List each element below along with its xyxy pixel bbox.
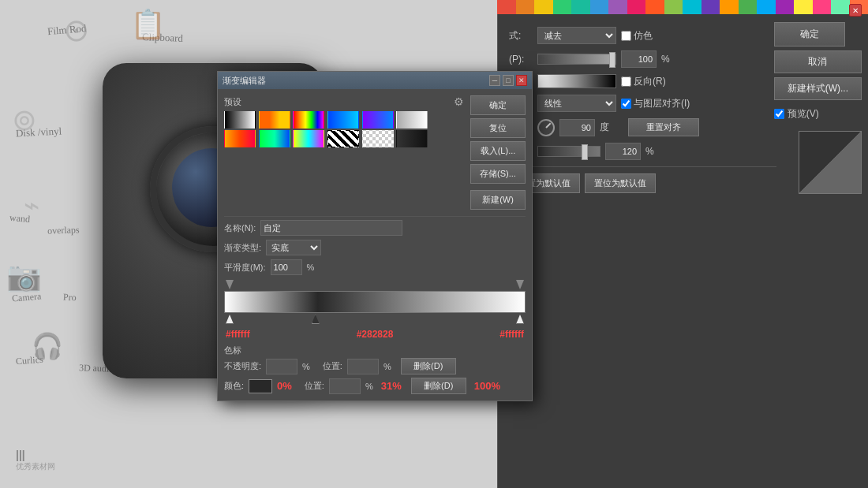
preview-box [799, 131, 862, 194]
preset-item-9[interactable] [293, 130, 324, 147]
stop-color-row: 颜色: 0% 位置: % 31% 删除(D) 100% [224, 378, 526, 394]
camera-sketch-icon: 📷 [6, 260, 42, 293]
reset-align-button[interactable]: 重置对齐 [628, 118, 699, 136]
color-seg-11 [683, 0, 702, 14]
stop-pos-label: 位置: [323, 360, 342, 372]
scale-unit: % [645, 146, 669, 157]
smoothness-row: 平滑度(M): % [224, 259, 526, 275]
ok-button[interactable]: 确定 [774, 22, 845, 47]
opacity-stops-row [224, 280, 526, 291]
gradient-type-select[interactable]: 实底 [266, 240, 321, 255]
preset-item-4[interactable] [327, 111, 359, 129]
opacity-stop-left[interactable] [226, 280, 234, 289]
stop-opacity-label: 不透明度: [224, 360, 261, 372]
opacity-slider-container [537, 54, 616, 65]
color-seg-18 [813, 0, 832, 14]
gradient-editor-title: 渐变编辑器 [223, 75, 266, 87]
ps-close-button[interactable]: ✕ [849, 4, 862, 17]
reverse-checkbox-label: 反向(R) [621, 75, 666, 88]
gradient-bar[interactable] [224, 291, 526, 313]
opacity-slider[interactable] [537, 54, 616, 65]
stop-pos-input2[interactable] [329, 378, 361, 394]
opacity-label: (P): [509, 54, 533, 65]
color-seg-9 [645, 0, 664, 14]
preview-checkbox-row: 预览(V) [774, 107, 862, 121]
smoothness-input[interactable] [271, 259, 302, 275]
color-stop-mid[interactable] [312, 315, 320, 324]
maximize-button[interactable]: □ [503, 75, 514, 86]
preset-item-6[interactable] [396, 111, 428, 129]
preset-item-5[interactable] [362, 111, 394, 129]
preset-item-2[interactable] [259, 111, 290, 129]
color-seg-6 [590, 0, 609, 14]
stop-opacity-row: 不透明度: % 位置: % 删除(D) [224, 358, 526, 374]
titlebar-controls: ─ □ ✕ [489, 75, 527, 86]
preset-item-diagonal[interactable] [327, 130, 359, 147]
preset-item-8[interactable] [259, 130, 290, 147]
close-button[interactable]: ✕ [516, 75, 527, 86]
ge-new-button[interactable]: 新建(W) [470, 190, 526, 210]
left-color-hex: #ffffff [226, 329, 250, 340]
ge-save-button[interactable]: 存储(S)... [470, 164, 526, 184]
scale-input[interactable] [605, 143, 641, 160]
dither-checkbox[interactable] [621, 31, 631, 41]
preset-grid [224, 111, 429, 147]
opacity-row: (P): % [509, 50, 776, 68]
preset-item-1[interactable] [224, 111, 256, 129]
minimize-button[interactable]: ─ [489, 75, 500, 86]
reverse-checkbox[interactable] [621, 76, 631, 87]
align-checkbox[interactable] [621, 99, 631, 109]
ge-reset-button[interactable]: 复位 [470, 118, 526, 138]
cancel-button[interactable]: 取消 [774, 50, 862, 73]
color-stop-right[interactable] [516, 315, 524, 324]
reset-default-button[interactable]: 置位为默认值 [585, 173, 656, 193]
align-checkbox-label: 与图层对齐(I) [621, 97, 690, 110]
color-seg-14 [739, 0, 758, 14]
scale-slider[interactable] [537, 146, 600, 157]
delete-color-stop-button[interactable]: 删除(D) [411, 378, 466, 394]
color-seg-12 [702, 0, 720, 14]
ge-load-button[interactable]: 载入(L)... [470, 141, 526, 161]
angle-input[interactable] [559, 119, 595, 136]
stop-pos-unit2: % [365, 382, 373, 391]
top-section: 预设 ⚙ [224, 95, 526, 210]
new-style-button[interactable]: 新建样式(W)... [774, 77, 862, 100]
preset-item-rainbow[interactable] [293, 111, 324, 129]
color-seg-3 [534, 0, 553, 14]
angle-unit: 度 [600, 121, 623, 134]
clipboard-sketch-icon: 📋 [130, 8, 166, 41]
blend-mode-row: 式: 减去 仿色 [509, 27, 776, 44]
opacity-input[interactable] [621, 50, 657, 68]
ge-ok-button[interactable]: 确定 [470, 95, 526, 115]
stop-opacity-input[interactable] [266, 359, 297, 374]
opacity-stop-right[interactable] [516, 280, 524, 289]
dither-label: 仿色 [634, 29, 653, 43]
stop-color-label: 颜色: [224, 380, 244, 392]
panel-divider [509, 166, 776, 167]
gear-icon[interactable]: ⚙ [454, 95, 464, 108]
color-swatch[interactable] [249, 379, 272, 393]
right-color-hex: #ffffff [499, 329, 524, 340]
delete-stop-button[interactable]: 删除(D) [401, 358, 456, 374]
gradient-name-input[interactable] [260, 220, 402, 236]
color-stop-section-label: 色标 [224, 345, 241, 356]
sketch-label-overlaps: overlaps [47, 224, 80, 237]
preset-item-7[interactable] [224, 130, 256, 147]
color-stop-left[interactable] [226, 315, 234, 324]
color-seg-10 [664, 0, 683, 14]
name-label: 名称(N): [224, 222, 256, 234]
blend-mode-label: 式: [509, 29, 533, 43]
gradient-preview-small[interactable] [537, 74, 616, 88]
gradient-editor-body: 预设 ⚙ [218, 89, 532, 400]
name-row: 名称(N): [224, 220, 526, 236]
blend-mode-select[interactable]: 减去 [537, 27, 616, 44]
mid-color-hex: #282828 [357, 329, 394, 340]
opacity-unit: % [661, 54, 685, 65]
smoothness-label: 平滑度(M): [224, 262, 266, 274]
style-select[interactable]: 线性 [537, 95, 616, 112]
preset-item-checker[interactable] [362, 130, 394, 147]
angle-row: (N): 度 重置对齐 [509, 118, 776, 136]
preset-item-dark[interactable] [396, 130, 428, 147]
angle-dial[interactable] [537, 119, 555, 136]
stop-pos-input[interactable] [347, 359, 379, 374]
